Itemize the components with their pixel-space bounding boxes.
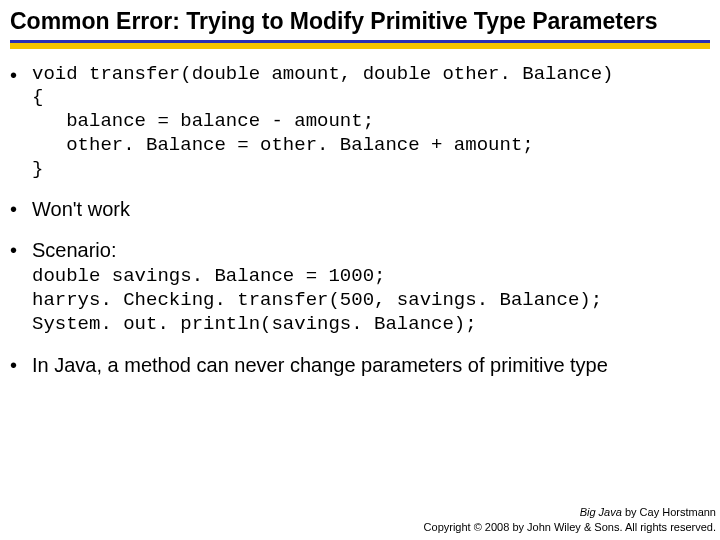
bullet-dot: •	[10, 238, 32, 263]
bullet-code-block-1: • void transfer(double amount, double ot…	[10, 63, 710, 182]
bullet-dot: •	[10, 197, 32, 222]
code-line: harrys. Checking. transfer(500, savings.…	[32, 289, 602, 311]
bullet-dot: •	[10, 353, 32, 378]
code-block-2: double savings. Balance = 1000; harrys. …	[32, 265, 710, 336]
bullet-summary: • In Java, a method can never change par…	[10, 353, 710, 378]
book-author: by Cay Horstmann	[622, 506, 716, 518]
slide: Common Error: Trying to Modify Primitive…	[0, 0, 720, 540]
footer-copyright: Copyright © 2008 by John Wiley & Sons. A…	[424, 520, 716, 534]
code-line: other. Balance = other. Balance + amount…	[32, 134, 534, 156]
code-line: System. out. println(savings. Balance);	[32, 313, 477, 335]
code-line: void transfer(double amount, double othe…	[32, 63, 614, 85]
slide-footer: Big Java by Cay Horstmann Copyright © 20…	[424, 505, 716, 534]
code-line: }	[32, 158, 43, 180]
bullet-text: Scenario:	[32, 238, 710, 263]
book-title: Big Java	[580, 506, 622, 518]
bullet-scenario: • Scenario:	[10, 238, 710, 263]
code-line: double savings. Balance = 1000;	[32, 265, 385, 287]
bullet-text: In Java, a method can never change param…	[32, 353, 710, 378]
code-block-1: void transfer(double amount, double othe…	[32, 63, 710, 182]
title-rule	[10, 40, 710, 49]
bullet-dot: •	[10, 63, 32, 182]
slide-title: Common Error: Trying to Modify Primitive…	[10, 8, 710, 36]
code-line: balance = balance - amount;	[32, 110, 374, 132]
footer-line-1: Big Java by Cay Horstmann	[424, 505, 716, 519]
code-line: {	[32, 86, 43, 108]
bullet-wont-work: • Won't work	[10, 197, 710, 222]
bullet-text: Won't work	[32, 197, 710, 222]
slide-content: • void transfer(double amount, double ot…	[10, 63, 710, 378]
